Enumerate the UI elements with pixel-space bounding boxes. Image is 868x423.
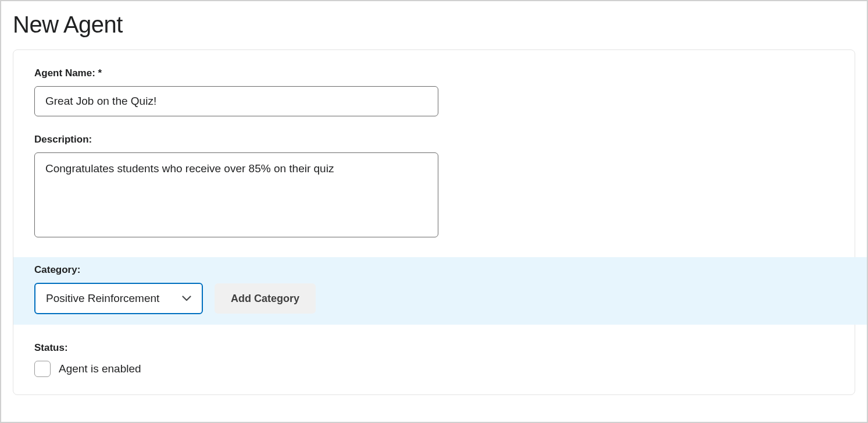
category-controls: Positive Reinforcement Add Category <box>34 283 863 314</box>
agent-name-group: Agent Name: * <box>34 67 834 116</box>
page-title: New Agent <box>1 1 867 49</box>
category-select[interactable]: Positive Reinforcement <box>34 283 203 314</box>
agent-name-input[interactable] <box>34 86 438 116</box>
agent-name-label: Agent Name: * <box>34 67 834 79</box>
status-row: Agent is enabled <box>34 361 834 377</box>
chevron-down-icon <box>182 296 191 301</box>
agent-enabled-checkbox[interactable] <box>34 361 51 377</box>
description-group: Description: Congratulates students who … <box>34 134 834 240</box>
form-panel: Agent Name: * Description: Congratulates… <box>13 49 855 395</box>
agent-enabled-label: Agent is enabled <box>59 362 141 375</box>
description-input[interactable]: Congratulates students who receive over … <box>34 152 438 237</box>
description-label: Description: <box>34 134 834 145</box>
status-label: Status: <box>34 342 834 354</box>
status-group: Status: Agent is enabled <box>34 342 834 377</box>
category-group: Category: Positive Reinforcement Add Cat… <box>13 257 868 325</box>
category-label: Category: <box>34 264 863 276</box>
add-category-button[interactable]: Add Category <box>215 283 316 314</box>
category-selected-value: Positive Reinforcement <box>46 292 159 305</box>
